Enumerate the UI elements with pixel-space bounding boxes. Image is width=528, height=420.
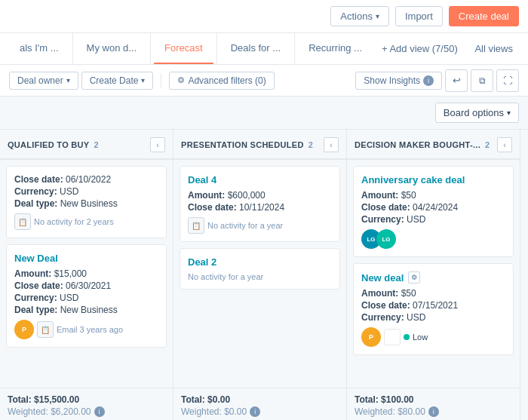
card-activity: P Low bbox=[361, 327, 505, 347]
col-title-group: PRESENTATION SCHEDULED 2 bbox=[181, 140, 313, 149]
tools-icon: ⚙ bbox=[408, 271, 420, 284]
col-header-actions: ‹ bbox=[150, 137, 165, 152]
chevron-down-icon: ▾ bbox=[66, 76, 70, 84]
board-options-bar: Board options ▾ bbox=[0, 97, 528, 130]
tab-my-won[interactable]: My won d... bbox=[76, 33, 147, 65]
col-header-qualified: QUALIFIED TO BUY 2 ‹ bbox=[0, 130, 173, 160]
filter-icon: ⚙ bbox=[177, 75, 185, 85]
card-field: Deal type: New Business bbox=[14, 198, 158, 209]
fullscreen-icon: ⛶ bbox=[503, 75, 512, 86]
activity-icon: 📋 bbox=[37, 321, 54, 338]
avatar: P bbox=[361, 327, 381, 347]
col-collapse-button[interactable]: ‹ bbox=[497, 137, 512, 152]
activity-icon bbox=[384, 329, 401, 345]
filter-bar: Deal owner ▾ Create Date ▾ ⚙ Advanced fi… bbox=[0, 65, 528, 97]
undo-icon: ↩ bbox=[453, 75, 461, 86]
import-button[interactable]: Import bbox=[395, 6, 443, 26]
card-field: Currency: USD bbox=[361, 312, 505, 323]
all-views-button[interactable]: All views bbox=[468, 33, 519, 65]
tab-recurring[interactable]: Recurring ... bbox=[298, 33, 373, 65]
column-presentation: PRESENTATION SCHEDULED 2 ‹ Deal 4 Amount… bbox=[173, 130, 347, 420]
col-header-decision: DECISION MAKER BOUGHT-... 2 ‹ bbox=[347, 130, 520, 160]
deal-card[interactable]: Anniversary cake deal Amount: $50 Close … bbox=[353, 166, 514, 257]
card-title[interactable]: New Deal bbox=[14, 253, 158, 264]
col-header-actions: ‹ bbox=[324, 137, 339, 152]
deal-card[interactable]: New Deal Amount: $15,000 Close date: 06/… bbox=[6, 244, 167, 348]
col-title-group: QUALIFIED TO BUY 2 bbox=[8, 140, 99, 149]
info-icon[interactable]: i bbox=[94, 406, 105, 417]
card-field: Amount: $600,000 bbox=[188, 190, 332, 201]
card-title[interactable]: Anniversary cake deal bbox=[361, 174, 505, 185]
advanced-filters-button[interactable]: ⚙ Advanced filters (0) bbox=[169, 72, 274, 90]
info-icon: i bbox=[423, 75, 434, 86]
card-activity: P 📋 Email 3 years ago bbox=[14, 320, 158, 339]
show-insights-button[interactable]: Show Insights i bbox=[355, 72, 442, 90]
fullscreen-button[interactable]: ⛶ bbox=[496, 69, 519, 92]
card-field: Currency: USD bbox=[14, 293, 158, 303]
card-title[interactable]: New deal ⚙ bbox=[361, 271, 505, 284]
copy-button[interactable]: ⧉ bbox=[471, 69, 493, 92]
column-decision-maker: DECISION MAKER BOUGHT-... 2 ‹ Anniversar… bbox=[347, 130, 520, 420]
avatar: P bbox=[14, 320, 34, 339]
cards-area-presentation: Deal 4 Amount: $600,000 Close date: 10/1… bbox=[173, 160, 346, 388]
avatar: LG bbox=[376, 229, 396, 249]
chevron-down-icon: ▾ bbox=[507, 109, 511, 117]
col-footer-presentation: Total: $0.00 Weighted: $0.00 i bbox=[173, 388, 346, 420]
col-title-group: DECISION MAKER BOUGHT-... 2 bbox=[355, 140, 490, 149]
card-field: Close date: 04/24/2024 bbox=[361, 202, 505, 213]
cards-area-qualified: Close date: 06/10/2022 Currency: USD Dea… bbox=[0, 160, 173, 388]
col-header-presentation: PRESENTATION SCHEDULED 2 ‹ bbox=[173, 130, 346, 160]
add-view-button[interactable]: + Add view (7/50) bbox=[373, 33, 467, 65]
tab-divider-3 bbox=[216, 33, 217, 65]
undo-button[interactable]: ↩ bbox=[445, 69, 468, 92]
tab-deals-for[interactable]: Deals for ... bbox=[220, 33, 291, 65]
info-icon[interactable]: i bbox=[428, 406, 439, 417]
deal-owner-filter[interactable]: Deal owner ▾ bbox=[9, 72, 78, 90]
deal-card[interactable]: Deal 4 Amount: $600,000 Close date: 10/1… bbox=[180, 166, 340, 242]
card-activity: LG LG bbox=[361, 229, 505, 249]
col-collapse-button[interactable]: ‹ bbox=[150, 137, 165, 152]
deal-card[interactable]: Close date: 06/10/2022 Currency: USD Dea… bbox=[6, 166, 167, 238]
card-field: Currency: USD bbox=[14, 186, 158, 197]
card-activity: 📋 No activity for 2 years bbox=[14, 213, 158, 230]
card-field: Close date: 06/10/2022 bbox=[14, 174, 158, 185]
create-date-filter[interactable]: Create Date ▾ bbox=[81, 72, 154, 90]
actions-button[interactable]: Actions ▾ bbox=[330, 6, 389, 26]
tab-forecast[interactable]: Forecast bbox=[154, 33, 213, 65]
top-bar: Actions ▾ Import Create deal bbox=[0, 0, 528, 33]
card-field: Close date: 07/15/2021 bbox=[361, 300, 505, 311]
col-header-actions: ‹ bbox=[497, 137, 512, 152]
create-deal-label: Create deal bbox=[459, 11, 509, 22]
card-activity: 📋 No activity for a year bbox=[188, 217, 332, 234]
info-icon[interactable]: i bbox=[250, 406, 260, 417]
card-field: Close date: 10/11/2024 bbox=[188, 202, 332, 213]
card-field: Amount: $50 bbox=[361, 190, 505, 201]
create-deal-button[interactable]: Create deal bbox=[449, 6, 519, 26]
col-footer-decision: Total: $100.00 Weighted: $80.00 i bbox=[347, 388, 520, 420]
tabs-row: als I'm ... My won d... Forecast Deals f… bbox=[0, 33, 528, 65]
cards-area-decision: Anniversary cake deal Amount: $50 Close … bbox=[347, 160, 520, 388]
tab-als[interactable]: als I'm ... bbox=[9, 33, 69, 65]
card-field: Amount: $50 bbox=[361, 288, 505, 299]
card-title[interactable]: Deal 2 bbox=[188, 256, 332, 268]
copy-icon: ⧉ bbox=[479, 75, 486, 86]
deal-card[interactable]: Deal 2 No activity for a year bbox=[180, 248, 340, 290]
col-collapse-button[interactable]: ‹ bbox=[324, 137, 339, 152]
chevron-down-icon: ▾ bbox=[376, 12, 379, 20]
card-field: Currency: USD bbox=[361, 214, 505, 225]
filter-divider bbox=[161, 73, 161, 88]
kanban-board: QUALIFIED TO BUY 2 ‹ Close date: 06/10/2… bbox=[0, 130, 528, 420]
card-field: Deal type: New Business bbox=[14, 305, 158, 315]
card-title[interactable]: Deal 4 bbox=[188, 174, 332, 185]
activity-icon: 📋 bbox=[14, 213, 31, 230]
tab-divider-2 bbox=[150, 33, 151, 65]
deal-card[interactable]: New deal ⚙ Amount: $50 Close date: 07/15… bbox=[353, 263, 514, 355]
card-activity: No activity for a year bbox=[188, 272, 332, 281]
activity-icon: 📋 bbox=[188, 217, 204, 234]
card-field: Close date: 06/30/2021 bbox=[14, 281, 158, 291]
card-field: Amount: $15,000 bbox=[14, 268, 158, 279]
actions-label: Actions bbox=[340, 11, 373, 22]
tab-divider bbox=[72, 33, 73, 65]
board-options-button[interactable]: Board options ▾ bbox=[435, 103, 519, 123]
chevron-down-icon: ▾ bbox=[141, 76, 145, 84]
